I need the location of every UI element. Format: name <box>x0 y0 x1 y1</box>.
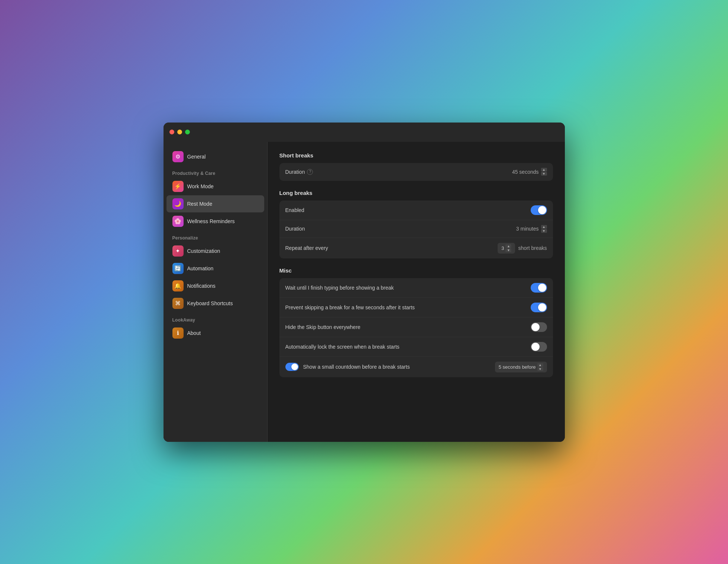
misc-title: Misc <box>279 267 553 274</box>
misc-hide-skip-row: Hide the Skip button everywhere <box>279 317 553 337</box>
main-content: Short breaks Duration ? 45 seconds ▲ ▼ <box>268 142 565 442</box>
long-breaks-repeat-label: Repeat after every <box>285 245 328 251</box>
automation-icon: 🔄 <box>172 263 184 274</box>
wellness-icon: 🌸 <box>172 216 184 227</box>
misc-lock-row: Automatically lock the screen when a bre… <box>279 337 553 357</box>
sidebar-label-restmode: Rest Mode <box>187 201 213 207</box>
misc-hide-skip-toggle[interactable] <box>531 322 547 332</box>
sidebar-label-keyboard: Keyboard Shortcuts <box>187 300 233 306</box>
short-breaks-duration-label: Duration ? <box>285 169 313 175</box>
repeat-down[interactable]: ▼ <box>505 248 511 252</box>
short-breaks-duration-stepper[interactable]: ▲ ▼ <box>541 168 547 176</box>
misc-lock-label: Automatically lock the screen when a bre… <box>285 344 399 350</box>
section-label-productivity: Productivity & Care <box>164 166 267 177</box>
sidebar-item-general[interactable]: ⚙ General <box>166 148 264 165</box>
restmode-icon: 🌙 <box>172 198 184 209</box>
misc-lock-toggle[interactable] <box>531 342 547 352</box>
long-breaks-duration-down[interactable]: ▼ <box>541 229 547 233</box>
section-label-personalize: Personalize <box>164 230 267 242</box>
sidebar-item-notifications[interactable]: 🔔 Notifications <box>166 277 264 294</box>
sidebar-item-customization[interactable]: ✦ Customization <box>166 242 264 260</box>
misc-countdown-knob <box>291 363 298 370</box>
sidebar: ⚙ General Productivity & Care ⚡ Work Mod… <box>164 142 268 442</box>
short-breaks-duration-value: 45 seconds ▲ ▼ <box>512 168 547 176</box>
misc-typing-label: Wait until I finish typing before showin… <box>285 285 394 291</box>
duration-help-icon[interactable]: ? <box>307 169 313 175</box>
long-breaks-repeat-row: Repeat after every 3 ▲ ▼ short breaks <box>279 238 553 258</box>
short-breaks-group: Duration ? 45 seconds ▲ ▼ <box>279 163 553 181</box>
repeat-unit: short breaks <box>518 245 547 251</box>
misc-countdown-row: Show a small countdown before a break st… <box>279 357 553 377</box>
repeat-up[interactable]: ▲ <box>505 244 511 248</box>
sidebar-item-automation[interactable]: 🔄 Automation <box>166 260 264 277</box>
general-icon: ⚙ <box>172 151 184 162</box>
long-breaks-enabled-label: Enabled <box>285 207 304 213</box>
long-breaks-duration-value: 3 minutes ▲ ▼ <box>516 225 547 233</box>
repeat-number-chip: 3 ▲ ▼ <box>498 243 515 254</box>
sidebar-item-keyboard[interactable]: ⌘ Keyboard Shortcuts <box>166 295 264 312</box>
long-breaks-title: Long breaks <box>279 190 553 196</box>
misc-typing-row: Wait until I finish typing before showin… <box>279 278 553 298</box>
long-breaks-enabled-toggle[interactable] <box>531 205 547 215</box>
misc-countdown-label: Show a small countdown before a break st… <box>303 364 410 370</box>
app-window: ⚙ General Productivity & Care ⚡ Work Mod… <box>164 123 565 442</box>
sidebar-label-wellness: Wellness Reminders <box>187 218 235 224</box>
sidebar-label-automation: Automation <box>187 265 214 271</box>
short-breaks-duration-up[interactable]: ▲ <box>541 168 547 172</box>
sidebar-item-about[interactable]: ℹ About <box>166 325 264 342</box>
long-breaks-duration-up[interactable]: ▲ <box>541 225 547 229</box>
countdown-up[interactable]: ▲ <box>537 363 543 367</box>
sidebar-label-about: About <box>187 330 201 336</box>
long-breaks-repeat-value: 3 ▲ ▼ short breaks <box>498 243 547 254</box>
misc-hide-skip-label: Hide the Skip button everywhere <box>285 324 360 330</box>
countdown-stepper[interactable]: ▲ ▼ <box>537 363 543 371</box>
countdown-down[interactable]: ▼ <box>537 367 543 371</box>
misc-skip-label: Prevent skipping a break for a few secon… <box>285 304 415 310</box>
notifications-icon: 🔔 <box>172 280 184 291</box>
short-breaks-title: Short breaks <box>279 152 553 159</box>
keyboard-icon: ⌘ <box>172 298 184 309</box>
misc-skip-toggle[interactable] <box>531 303 547 312</box>
long-breaks-enabled-knob <box>538 206 546 214</box>
short-breaks-duration-row: Duration ? 45 seconds ▲ ▼ <box>279 163 553 181</box>
maximize-button[interactable] <box>185 130 190 134</box>
sidebar-label-workmode: Work Mode <box>187 183 214 189</box>
misc-group: Wait until I finish typing before showin… <box>279 278 553 377</box>
close-button[interactable] <box>169 130 174 134</box>
misc-lock-knob <box>531 343 540 351</box>
misc-countdown-value: 5 seconds before ▲ ▼ <box>495 362 547 372</box>
sidebar-item-restmode[interactable]: 🌙 Rest Mode <box>166 195 264 212</box>
misc-hide-skip-knob <box>531 323 540 331</box>
window-body: ⚙ General Productivity & Care ⚡ Work Mod… <box>164 142 565 442</box>
about-icon: ℹ <box>172 327 184 339</box>
misc-skip-knob <box>538 303 546 312</box>
sidebar-label-customization: Customization <box>187 248 220 254</box>
minimize-button[interactable] <box>177 130 182 134</box>
short-breaks-duration-down[interactable]: ▼ <box>541 172 547 176</box>
long-breaks-duration-row: Duration 3 minutes ▲ ▼ <box>279 220 553 238</box>
countdown-value-chip: 5 seconds before ▲ ▼ <box>495 362 547 372</box>
sidebar-item-wellness[interactable]: 🌸 Wellness Reminders <box>166 213 264 230</box>
customization-icon: ✦ <box>172 245 184 257</box>
misc-countdown-toggle[interactable] <box>285 363 299 371</box>
repeat-number-stepper[interactable]: ▲ ▼ <box>505 244 511 252</box>
countdown-left: Show a small countdown before a break st… <box>285 363 410 371</box>
section-label-lookaway: LookAway <box>164 312 267 324</box>
workmode-icon: ⚡ <box>172 181 184 192</box>
misc-skip-row: Prevent skipping a break for a few secon… <box>279 298 553 317</box>
sidebar-item-workmode[interactable]: ⚡ Work Mode <box>166 178 264 195</box>
misc-typing-knob <box>538 284 546 292</box>
long-breaks-duration-stepper[interactable]: ▲ ▼ <box>541 225 547 233</box>
title-bar <box>164 123 565 142</box>
sidebar-label-notifications: Notifications <box>187 283 216 289</box>
misc-typing-toggle[interactable] <box>531 283 547 293</box>
long-breaks-group: Enabled Duration 3 minutes ▲ ▼ <box>279 201 553 258</box>
sidebar-label-general: General <box>187 154 206 160</box>
long-breaks-enabled-row: Enabled <box>279 201 553 220</box>
long-breaks-duration-label: Duration <box>285 226 305 232</box>
